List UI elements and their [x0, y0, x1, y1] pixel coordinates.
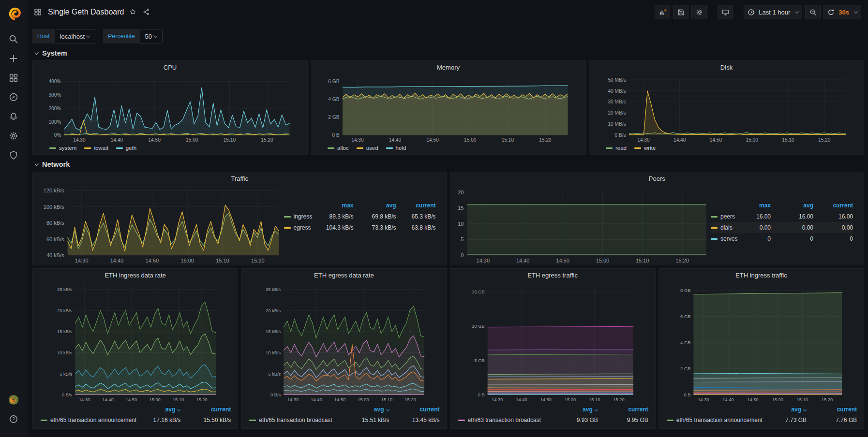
legend-row[interactable]: peers16.0016.0016.00 [711, 211, 853, 222]
settings-icon[interactable] [8, 131, 20, 142]
legend-col-current[interactable]: current [598, 406, 648, 413]
legend-col-current[interactable]: current [180, 406, 231, 413]
legend-col-current[interactable]: current [807, 406, 857, 413]
panel-title[interactable]: Traffic [33, 172, 447, 185]
panel-title[interactable]: ETH ingress data rate [33, 269, 238, 282]
alerting-icon[interactable] [8, 111, 20, 123]
panel-eth-ingress-traffic: ETH ingress traffic 0 B2 GB4 GB6 GB8 GB1… [658, 268, 864, 429]
legend-row[interactable]: egress104.3 kB/s73.3 kB/s63.8 kB/s [284, 222, 436, 233]
add-panel-button[interactable] [655, 5, 670, 19]
dashboards-icon[interactable] [8, 73, 20, 84]
legend-value: 0.00 [813, 224, 853, 231]
share-icon[interactable] [142, 8, 151, 16]
svg-text:20 MB/s: 20 MB/s [608, 110, 626, 116]
dashboard-settings-button[interactable] [691, 5, 707, 19]
help-icon[interactable] [8, 414, 20, 425]
svg-text:15:20: 15:20 [818, 137, 831, 143]
dashboard-title[interactable]: Single Geth Dasboard [48, 8, 124, 16]
legend-item[interactable]: held [386, 145, 406, 151]
svg-text:5 kB/s: 5 kB/s [269, 372, 281, 377]
row-header-system[interactable]: System [32, 44, 864, 60]
plus-icon[interactable] [8, 53, 20, 65]
legend-col-current[interactable]: current [396, 202, 436, 209]
svg-text:15:00: 15:00 [746, 137, 759, 143]
svg-text:14:30: 14:30 [287, 397, 299, 402]
series-color-dash [357, 147, 363, 149]
time-range-picker[interactable]: Last 1 hour [744, 5, 802, 19]
legend-row[interactable]: eth/65 transaction announcement7.73 GB7.… [667, 415, 857, 425]
svg-text:15:00: 15:00 [564, 397, 575, 402]
legend-row[interactable]: eth/65 transaction announcement17.16 kB/… [41, 415, 231, 425]
panel-title[interactable]: CPU [33, 61, 307, 74]
legend-col-avg[interactable]: avg [123, 406, 180, 413]
legend-col-avg[interactable]: avg [771, 202, 813, 209]
legend-item[interactable]: iowait [84, 145, 108, 151]
row-header-network[interactable]: Network [32, 155, 864, 172]
grafana-logo[interactable] [5, 4, 23, 21]
panel-title[interactable]: ETH ingress traffic [659, 269, 864, 282]
series-color-dash [667, 420, 673, 421]
legend-value: 7.73 GB [749, 417, 807, 423]
search-icon[interactable] [8, 34, 20, 45]
svg-text:15:10: 15:10 [381, 397, 392, 402]
series-color-dash [116, 147, 123, 149]
legend-col-current[interactable]: current [389, 406, 440, 413]
zoom-out-button[interactable] [805, 5, 821, 19]
variable-percentile-select[interactable]: 50 [140, 29, 163, 44]
legend-item[interactable]: system [49, 145, 76, 151]
shield-icon[interactable] [8, 150, 20, 161]
svg-text:15:20: 15:20 [261, 137, 273, 143]
legend-row[interactable]: dials0.000.000.00 [711, 222, 853, 233]
svg-text:200%: 200% [48, 106, 61, 111]
legend-col-avg[interactable]: avg [332, 406, 389, 413]
legend-item[interactable]: write [634, 145, 656, 151]
svg-text:15:20: 15:20 [196, 397, 207, 402]
legend-item[interactable]: alloc [328, 145, 349, 151]
legend-col-max[interactable]: max [307, 202, 354, 209]
legend-row[interactable]: serves000 [711, 233, 853, 244]
svg-text:50 MB/s: 50 MB/s [608, 77, 626, 83]
eth-egress-rate-chart: 0 B/s5 kB/s10 kB/s15 kB/s20 kB/s25 kB/s1… [244, 282, 443, 403]
panel-title[interactable]: ETH egress traffic [450, 269, 655, 282]
svg-text:15:00: 15:00 [149, 397, 160, 402]
avatar[interactable] [8, 394, 20, 406]
legend-header-row: avgcurrent [249, 404, 439, 415]
legend-col-max[interactable]: max [724, 202, 771, 209]
star-icon[interactable] [129, 8, 137, 16]
svg-text:14:50: 14:50 [710, 137, 722, 143]
chevron-down-icon [795, 9, 799, 13]
legend-value: 0 [724, 235, 771, 242]
variable-host-select[interactable]: localhost [55, 29, 95, 44]
svg-text:15 GB: 15 GB [472, 290, 485, 294]
apps-icon [33, 8, 42, 16]
save-button[interactable] [673, 5, 688, 19]
chevron-down-icon [86, 33, 90, 37]
legend-col-avg[interactable]: avg [541, 406, 598, 413]
svg-text:14:50: 14:50 [148, 137, 161, 143]
legend-row[interactable]: eth/65 transaction broadcast15.51 kB/s13… [249, 415, 439, 425]
panel-title[interactable]: Peers [450, 172, 864, 185]
explore-icon[interactable] [8, 92, 20, 103]
legend-item[interactable]: read [606, 145, 627, 151]
legend-value: 69.8 kB/s [354, 213, 396, 220]
legend-row[interactable]: eth/63 transaction broadcast9.93 GB9.95 … [458, 415, 648, 425]
legend-col-avg[interactable]: avg [354, 202, 396, 209]
panel-eth-ingress-rate: ETH ingress data rate 0 B/s5 kB/s10 kB/s… [32, 268, 238, 429]
panel-title[interactable]: Disk [589, 61, 864, 74]
panel-title[interactable]: ETH egress data rate [241, 269, 446, 282]
legend-header-row: avgcurrent [458, 404, 648, 415]
legend-header-row: maxavgcurrent [711, 200, 853, 211]
legend-row[interactable]: ingress89.3 kB/s69.8 kB/s65.3 kB/s [284, 211, 436, 222]
legend-item[interactable]: used [357, 145, 378, 151]
svg-text:0 B: 0 B [332, 132, 339, 138]
legend-item[interactable]: geth [116, 145, 136, 151]
legend-col-current[interactable]: current [813, 202, 853, 209]
panel-title[interactable]: Memory [311, 61, 585, 74]
refresh-interval[interactable]: 30s [838, 9, 849, 16]
refresh-button[interactable]: 30s [823, 5, 861, 19]
cycle-view-button[interactable] [718, 5, 733, 19]
svg-text:10 MB/s: 10 MB/s [608, 121, 626, 127]
svg-text:14:30: 14:30 [73, 137, 86, 143]
series-color-dash [711, 227, 718, 229]
legend-col-avg[interactable]: avg [749, 406, 807, 413]
